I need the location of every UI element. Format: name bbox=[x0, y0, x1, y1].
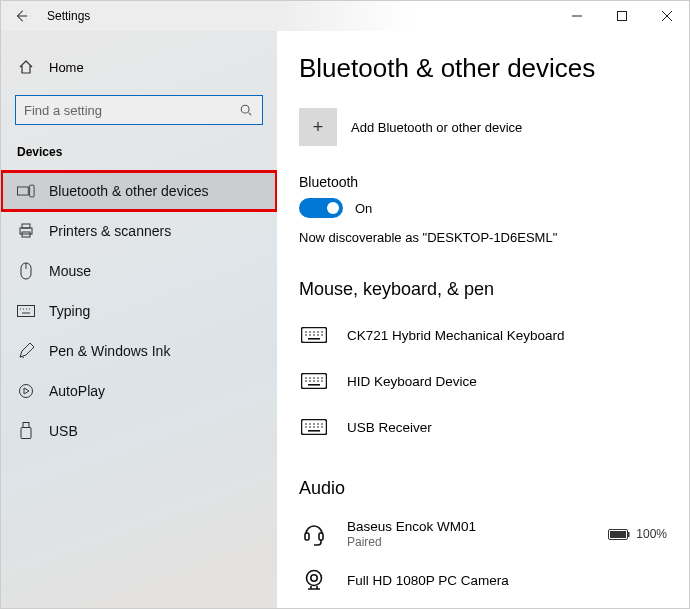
sidebar-item-label: Bluetooth & other devices bbox=[49, 183, 209, 199]
svg-point-63 bbox=[307, 571, 322, 586]
group-heading-input: Mouse, keyboard, & pen bbox=[299, 279, 667, 300]
svg-point-42 bbox=[313, 380, 315, 382]
svg-point-43 bbox=[317, 380, 319, 382]
content-area: Home Devices Bluetooth & other devices bbox=[1, 31, 689, 608]
svg-point-44 bbox=[321, 380, 323, 382]
device-name: HID Keyboard Device bbox=[347, 374, 477, 389]
add-device-button[interactable]: + Add Bluetooth or other device bbox=[299, 108, 667, 146]
minimize-icon bbox=[572, 11, 582, 21]
svg-point-25 bbox=[313, 331, 315, 333]
svg-rect-1 bbox=[617, 12, 626, 21]
keyboard-icon bbox=[17, 302, 35, 320]
svg-rect-7 bbox=[30, 185, 34, 197]
svg-rect-13 bbox=[18, 306, 35, 317]
printer-icon bbox=[17, 222, 35, 240]
home-label: Home bbox=[49, 60, 84, 75]
device-status: Paired bbox=[347, 535, 476, 549]
svg-point-41 bbox=[309, 380, 311, 382]
svg-point-47 bbox=[305, 423, 307, 425]
plus-icon: + bbox=[299, 108, 337, 146]
add-device-label: Add Bluetooth or other device bbox=[351, 120, 522, 135]
device-battery: 100% bbox=[608, 527, 667, 541]
svg-rect-62 bbox=[628, 532, 630, 537]
device-name: Baseus Encok WM01 bbox=[347, 519, 476, 534]
device-row[interactable]: USB Receiver bbox=[299, 404, 667, 450]
svg-point-52 bbox=[305, 426, 307, 428]
keyboard-icon bbox=[299, 327, 329, 343]
sidebar-item-typing[interactable]: Typing bbox=[1, 291, 277, 331]
maximize-button[interactable] bbox=[599, 1, 644, 31]
toggle-knob bbox=[327, 202, 339, 214]
keyboard-icon bbox=[299, 373, 329, 389]
battery-icon bbox=[608, 529, 630, 540]
svg-point-31 bbox=[317, 334, 319, 336]
pen-icon bbox=[17, 342, 35, 360]
headset-icon bbox=[299, 522, 329, 546]
svg-point-53 bbox=[309, 426, 311, 428]
main-panel: Bluetooth & other devices + Add Bluetoot… bbox=[277, 31, 689, 608]
svg-rect-57 bbox=[308, 430, 320, 432]
svg-point-28 bbox=[305, 334, 307, 336]
device-row[interactable]: CK721 Hybrid Mechanical Keyboard bbox=[299, 312, 667, 358]
device-name: Full HD 1080P PC Camera bbox=[347, 573, 509, 588]
svg-point-49 bbox=[313, 423, 315, 425]
minimize-button[interactable] bbox=[554, 1, 599, 31]
page-title: Bluetooth & other devices bbox=[299, 53, 667, 84]
sidebar-item-bluetooth[interactable]: Bluetooth & other devices bbox=[1, 171, 277, 211]
search-container bbox=[1, 85, 277, 139]
svg-point-64 bbox=[311, 575, 317, 581]
close-button[interactable] bbox=[644, 1, 689, 31]
device-row[interactable]: Baseus Encok WM01 Paired 100% bbox=[299, 511, 667, 557]
close-icon bbox=[662, 11, 672, 21]
window-title: Settings bbox=[41, 9, 90, 23]
svg-point-55 bbox=[317, 426, 319, 428]
battery-percent: 100% bbox=[636, 527, 667, 541]
svg-point-26 bbox=[317, 331, 319, 333]
svg-point-56 bbox=[321, 426, 323, 428]
sidebar-item-label: Mouse bbox=[49, 263, 91, 279]
sidebar-item-label: Pen & Windows Ink bbox=[49, 343, 170, 359]
bluetooth-toggle[interactable] bbox=[299, 198, 343, 218]
svg-point-36 bbox=[309, 377, 311, 379]
back-button[interactable] bbox=[1, 1, 41, 31]
svg-point-30 bbox=[313, 334, 315, 336]
usb-icon bbox=[17, 422, 35, 440]
svg-rect-20 bbox=[23, 423, 29, 428]
sidebar-item-pen[interactable]: Pen & Windows Ink bbox=[1, 331, 277, 371]
device-row[interactable]: HID Keyboard Device bbox=[299, 358, 667, 404]
sidebar-item-label: Printers & scanners bbox=[49, 223, 171, 239]
svg-rect-6 bbox=[17, 187, 28, 195]
camera-icon bbox=[299, 569, 329, 591]
sidebar-item-mouse[interactable]: Mouse bbox=[1, 251, 277, 291]
svg-point-37 bbox=[313, 377, 315, 379]
svg-point-54 bbox=[313, 426, 315, 428]
svg-rect-58 bbox=[305, 533, 309, 540]
device-name: CK721 Hybrid Mechanical Keyboard bbox=[347, 328, 565, 343]
keyboard-icon bbox=[299, 419, 329, 435]
sidebar-item-printers[interactable]: Printers & scanners bbox=[1, 211, 277, 251]
search-input[interactable] bbox=[15, 95, 263, 125]
svg-rect-33 bbox=[308, 338, 320, 340]
arrow-left-icon bbox=[14, 9, 28, 23]
bluetooth-section-label: Bluetooth bbox=[299, 174, 667, 190]
svg-point-19 bbox=[20, 385, 33, 398]
bluetooth-toggle-state: On bbox=[355, 201, 372, 216]
autoplay-icon bbox=[17, 382, 35, 400]
maximize-icon bbox=[617, 11, 627, 21]
titlebar: Settings bbox=[1, 1, 689, 31]
device-row[interactable]: Full HD 1080P PC Camera bbox=[299, 557, 667, 603]
settings-window: Settings Home bbox=[0, 0, 690, 609]
sidebar-item-autoplay[interactable]: AutoPlay bbox=[1, 371, 277, 411]
sidebar-item-usb[interactable]: USB bbox=[1, 411, 277, 451]
sidebar-item-label: Typing bbox=[49, 303, 90, 319]
window-controls bbox=[554, 1, 689, 31]
svg-rect-59 bbox=[319, 533, 323, 540]
devices-icon bbox=[17, 182, 35, 200]
svg-rect-21 bbox=[21, 428, 31, 439]
group-heading-audio: Audio bbox=[299, 478, 667, 499]
svg-point-27 bbox=[321, 331, 323, 333]
svg-point-23 bbox=[305, 331, 307, 333]
bluetooth-toggle-row: On bbox=[299, 198, 667, 218]
svg-rect-45 bbox=[308, 384, 320, 386]
sidebar-home[interactable]: Home bbox=[1, 49, 277, 85]
